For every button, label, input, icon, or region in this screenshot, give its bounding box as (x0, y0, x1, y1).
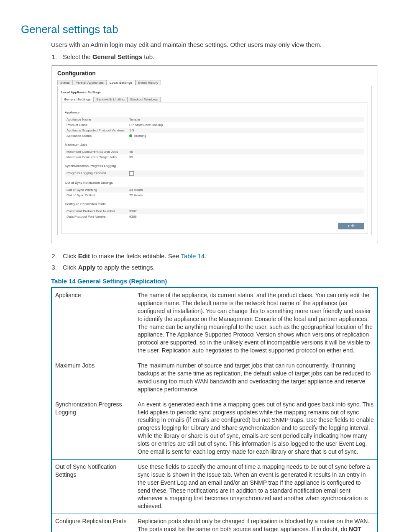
config-screenshot: Configuration Status Partner Appliances … (51, 65, 378, 243)
cell-label: Out of Sync Notification Settings (51, 459, 134, 514)
step-2: Click Edit to make the fields editable. … (59, 252, 378, 260)
cell-label: Synchronization Progress Logging (51, 397, 134, 459)
row-data-port: Data Protocol Port Number 9388 (65, 214, 364, 219)
edit-button[interactable]: Edit (338, 223, 364, 229)
cell-text: Replication ports should only be changed… (134, 514, 378, 532)
group-appliance: Appliance (65, 111, 364, 114)
intro-text: Users with an Admin login may edit and m… (51, 40, 378, 49)
status-icon (129, 134, 132, 137)
panel-title: Configuration (57, 70, 372, 77)
row-oos-warning: Out of Sync Warning 24 Hours (65, 187, 364, 193)
group-replication-ports: Configure Replication Ports (65, 202, 364, 206)
cell-text: The name of the appliance, its current s… (134, 288, 378, 358)
cell-text: Use these fields to specify the amount o… (134, 459, 378, 514)
settings-body: Appliance Appliance Name Temple Product … (61, 103, 368, 234)
tab-local-settings[interactable]: Local Settings (107, 80, 136, 85)
row-command-port: Command Protocol Port Number 9387 (65, 208, 364, 214)
group-oos: Out of Sync Notification Settings (65, 181, 364, 185)
tabs-top: Status Partner Appliances Local Settings… (57, 80, 372, 85)
row-progress-logging: Progress Logging Enabled (65, 170, 364, 177)
cell-label: Appliance (51, 288, 134, 358)
cell-text: An event is generated each time a mappin… (134, 397, 378, 459)
tab-bandwidth-limiting[interactable]: Bandwidth Limiting (94, 97, 128, 102)
table-row: Out of Sync Notification Settings Use th… (51, 459, 378, 514)
row-appliance-name: Appliance Name Temple (65, 117, 364, 122)
page-title: General settings tab (21, 23, 378, 36)
group-sync-logging: Synchronisation Progress Logging (65, 164, 364, 168)
steps-list-continued: Click Edit to make the fields editable. … (51, 252, 378, 272)
row-protocol-versions: Appliance Supported Protocol Versions 1-… (65, 128, 364, 133)
table-row: Maximum Jobs The maximum number of sourc… (51, 358, 378, 397)
table-title: Table 14 General Settings (Replication) (51, 278, 378, 285)
table-row: Configure Replication Ports Replication … (51, 514, 378, 532)
step-1: Select the General Settings tab. (59, 52, 378, 61)
row-appliance-status: Appliance Status Running (65, 133, 364, 139)
step-3: Click Apply to apply the settings. (59, 263, 378, 272)
cell-label: Configure Replication Ports (51, 514, 134, 532)
settings-table: Appliance The name of the appliance, its… (51, 287, 378, 532)
table-row: Appliance The name of the appliance, its… (51, 288, 378, 358)
row-max-source-jobs: Maximum Concurrent Source Jobs 48 (65, 149, 364, 154)
table-row: Synchronization Progress Logging An even… (51, 397, 378, 459)
progress-logging-checkbox[interactable] (129, 171, 134, 176)
row-max-target-jobs: Maximum Concurrent Target Jobs 99 (65, 154, 364, 160)
row-product-class: Product Class HP StoreOnce Backup (65, 122, 364, 128)
tab-partner-appliances[interactable]: Partner Appliances (73, 80, 107, 85)
group-maximum-jobs: Maximum Jobs (65, 143, 364, 146)
tab-general-settings[interactable]: General Settings (61, 97, 94, 102)
tabs-inner: General Settings Bandwidth Limiting Blac… (61, 97, 368, 102)
steps-list: Select the General Settings tab. (51, 52, 378, 61)
table-14-link[interactable]: Table 14 (181, 252, 205, 260)
tab-blackout-windows[interactable]: Blackout Windows (128, 97, 161, 102)
cell-text: The maximum number of source and target … (134, 358, 378, 397)
tab-event-history[interactable]: Event History (136, 80, 161, 85)
cell-label: Maximum Jobs (51, 358, 134, 397)
tab-status[interactable]: Status (57, 80, 73, 85)
row-oos-critical: Out of Sync Critical 72 Hours (65, 193, 364, 198)
local-appliance-settings-label: Local Appliance Settings (61, 90, 368, 94)
